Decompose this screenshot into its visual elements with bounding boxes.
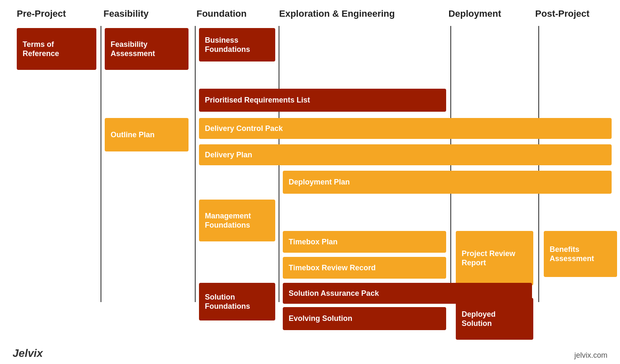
card-management-foundations: Management Foundations [199, 200, 275, 241]
main-area: Terms of Reference Feasibility Assessmen… [13, 26, 607, 327]
card-deployment-plan: Deployment Plan [283, 171, 612, 194]
card-delivery-plan: Delivery Plan [199, 144, 612, 165]
card-timebox-review-record: Timebox Review Record [283, 257, 446, 279]
card-outline-plan: Outline Plan [105, 118, 189, 151]
card-solution-foundations: Solution Foundations [199, 283, 275, 320]
phase-deployment: Deployment [444, 8, 531, 19]
card-evolving-solution: Evolving Solution [283, 307, 446, 330]
phase-post-project: Post-Project [531, 8, 607, 19]
phase-feasibility: Feasibility [99, 8, 192, 19]
brand-logo: Jelvix [13, 347, 43, 360]
vline-2 [195, 26, 196, 302]
card-delivery-control-pack: Delivery Control Pack [199, 118, 612, 139]
card-timebox-plan: Timebox Plan [283, 231, 446, 253]
vline-1 [101, 26, 101, 302]
phase-pre-project: Pre-Project [13, 8, 99, 19]
phase-exploration: Exploration & Engineering [275, 8, 444, 19]
card-business-foundations: Business Foundations [199, 28, 275, 62]
card-benefits-assessment: Benefits Assessment [544, 231, 617, 277]
card-feasibility-assessment: Feasibility Assessment [105, 28, 189, 70]
card-deployed-solution: Deployed Solution [456, 298, 533, 340]
card-project-review-report: Project Review Report [456, 231, 533, 285]
website-link: jelvix.com [574, 351, 607, 360]
diagram-container: Pre-Project Feasibility Foundation Explo… [0, 0, 620, 364]
phase-headers: Pre-Project Feasibility Foundation Explo… [13, 8, 607, 19]
card-prioritised-requirements-list: Prioritised Requirements List [199, 89, 446, 112]
phase-foundation: Foundation [192, 8, 275, 19]
card-terms-of-reference: Terms of Reference [17, 28, 96, 70]
